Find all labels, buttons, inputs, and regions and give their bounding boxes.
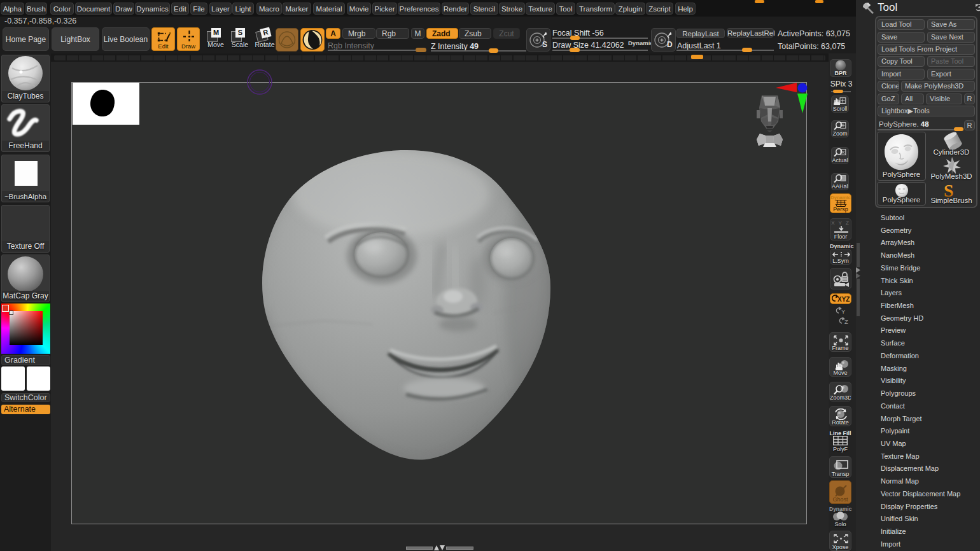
svg-text:XYZ: XYZ [837,296,850,303]
svg-text:S: S [542,40,547,49]
svg-text:D: D [667,40,673,49]
svg-text:Y: Y [841,308,846,315]
svg-text:Z: Z [844,318,848,325]
